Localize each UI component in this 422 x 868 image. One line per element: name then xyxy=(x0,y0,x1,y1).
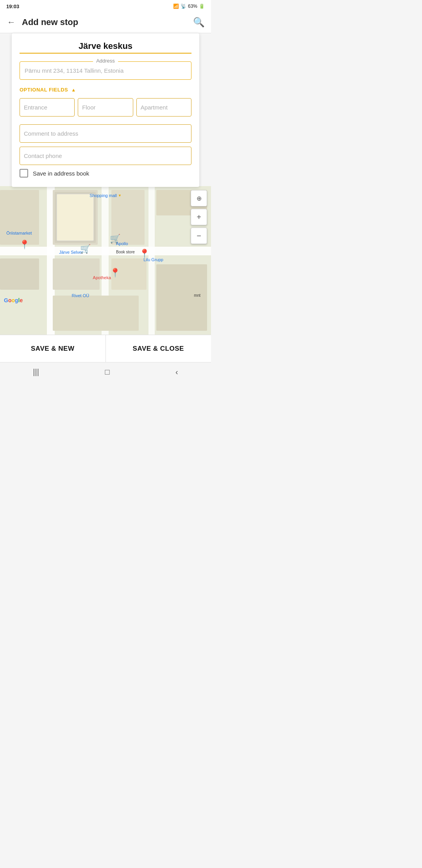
svg-rect-14 xyxy=(156,264,207,331)
back-nav-icon[interactable]: ‹ xyxy=(175,368,178,377)
chevron-up-icon: ▲ xyxy=(71,87,76,93)
address-label: Address xyxy=(93,58,118,64)
google-logo: Google xyxy=(4,297,23,303)
entrance-input[interactable] xyxy=(20,98,75,117)
status-time: 19:03 xyxy=(6,4,19,9)
battery-level: 63% xyxy=(188,4,197,9)
zoom-out-button[interactable]: − xyxy=(191,228,207,244)
svg-rect-11 xyxy=(0,258,39,290)
bottom-buttons: SAVE & NEW SAVE & CLOSE xyxy=(0,335,211,362)
optional-fields-row xyxy=(20,98,191,120)
search-icon[interactable]: 🔍 xyxy=(193,17,205,28)
recents-icon[interactable]: ||| xyxy=(33,368,39,377)
back-button[interactable]: ← xyxy=(4,16,19,29)
top-nav: ← Add new stop 🔍 xyxy=(0,12,211,33)
save-close-button[interactable]: SAVE & CLOSE xyxy=(106,335,211,362)
system-nav-bar: ||| □ ‹ xyxy=(0,362,211,382)
apartment-input[interactable] xyxy=(136,98,191,117)
status-icons: 📶 📡 63% 🔋 xyxy=(173,4,205,9)
phone-input[interactable] xyxy=(20,147,191,165)
home-icon[interactable]: □ xyxy=(105,368,109,377)
floor-input[interactable] xyxy=(78,98,133,117)
map-pin-apotheka: 📍 xyxy=(110,268,120,278)
svg-rect-9 xyxy=(53,258,100,290)
map-pin-jarve-selver: 🛒 xyxy=(80,244,91,254)
comment-input[interactable] xyxy=(20,124,191,143)
zoom-in-button[interactable]: + xyxy=(191,209,207,225)
optional-fields-toggle[interactable]: OPTIONAL FIELDS ▲ xyxy=(20,87,191,93)
wifi-icon: 📶 xyxy=(173,4,179,9)
locate-me-button[interactable]: ⊕ xyxy=(191,190,207,206)
save-addressbook-label: Save in address book xyxy=(33,170,89,177)
battery-icon: 🔋 xyxy=(199,4,205,9)
store-label-oristamarket: Öriistamarket xyxy=(6,231,32,235)
save-new-button[interactable]: SAVE & NEW xyxy=(0,335,106,362)
shopping-mall-label: Shopping mall xyxy=(89,193,117,198)
save-addressbook-checkbox[interactable] xyxy=(20,169,28,178)
status-bar: 19:03 📶 📡 63% 🔋 xyxy=(0,0,211,12)
map-background xyxy=(0,186,211,335)
map-pin-oristamarket: 📍 xyxy=(19,240,30,250)
save-addressbook-row[interactable]: Save in address book xyxy=(20,169,191,178)
optional-fields-label: OPTIONAL FIELDS xyxy=(20,87,68,93)
page-title: Add new stop xyxy=(22,17,193,27)
map-controls: ⊕ + − xyxy=(191,190,207,244)
address-field-wrapper: Address Pärnu mnt 234, 11314 Tallinn, Es… xyxy=(20,61,191,80)
store-label-apollo-sub: Book store xyxy=(116,250,135,254)
store-label-apotheka: Apotheka xyxy=(93,275,111,280)
store-label-rivet: Rivet OÜ xyxy=(72,293,89,298)
map-pin-apollo: 🛒 xyxy=(110,234,120,244)
svg-rect-13 xyxy=(53,296,139,331)
dropdown-arrow-icon: ▼ xyxy=(118,194,122,197)
address-value: Pärnu mnt 234, 11314 Tallinn, Estonia xyxy=(20,62,191,79)
shopping-mall-tag: Shopping mall ▼ xyxy=(89,193,122,198)
signal-icon: 📡 xyxy=(181,4,186,9)
form-card: Järve keskus Address Pärnu mnt 234, 1131… xyxy=(12,33,199,187)
map-pin-lilu: 📍 xyxy=(139,249,150,259)
svg-rect-15 xyxy=(57,194,94,241)
place-name: Järve keskus xyxy=(20,41,191,51)
road-label-mnt: mnt xyxy=(194,293,200,298)
place-name-underline xyxy=(20,53,191,54)
store-label-jarve-selver: Järve Selver xyxy=(59,250,83,255)
map-area[interactable]: Shopping mall ▼ Öriistamarket 📍 Järve Se… xyxy=(0,186,211,335)
svg-rect-12 xyxy=(0,190,39,245)
